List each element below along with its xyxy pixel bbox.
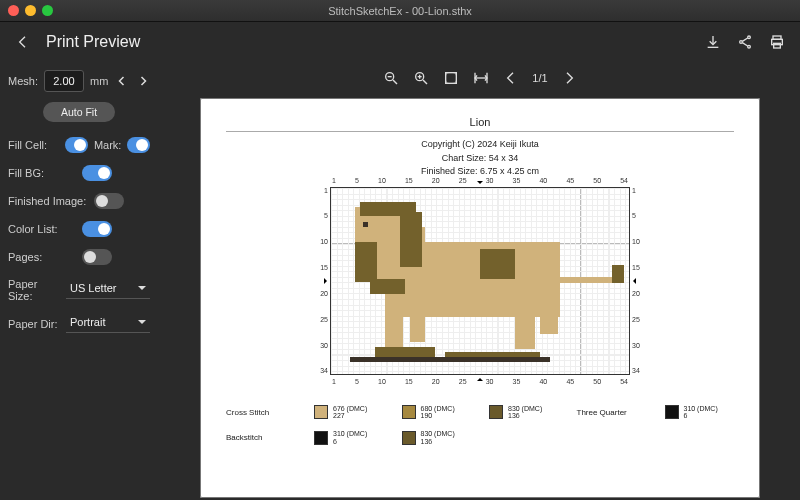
divider bbox=[226, 131, 734, 132]
svg-point-0 bbox=[748, 36, 751, 39]
preview-stage: 1/1 Lion Copyright (C) 2024 Keiji Ikuta … bbox=[160, 62, 800, 500]
sidebar: Mesh: mm Auto Fit Fill Cell: Mark: Fill … bbox=[0, 62, 160, 500]
auto-fit-button[interactable]: Auto Fit bbox=[43, 102, 115, 122]
paper-dir-select[interactable]: Portrait bbox=[66, 316, 150, 333]
swatch-cs3: 830 (DMC)136 bbox=[489, 405, 559, 420]
page-title: Print Preview bbox=[46, 33, 140, 51]
finished-image-label: Finished Image: bbox=[8, 195, 88, 207]
legend: Cross Stitch 676 (DMC)227 680 (DMC)190 8… bbox=[226, 405, 734, 446]
mark-label: Mark: bbox=[94, 139, 122, 151]
chart-grid bbox=[330, 187, 630, 375]
mesh-next-button[interactable] bbox=[135, 70, 150, 92]
paper-size-label: Paper Size: bbox=[8, 278, 60, 302]
svg-point-1 bbox=[740, 41, 743, 44]
swatch-cs2: 680 (DMC)190 bbox=[402, 405, 472, 420]
preview-page: Lion Copyright (C) 2024 Keiji Ikuta Char… bbox=[200, 98, 760, 498]
backstitch-label: Backstitch bbox=[226, 433, 296, 442]
download-button[interactable] bbox=[704, 33, 722, 51]
next-page-button[interactable] bbox=[560, 69, 578, 87]
swatch-cs1: 676 (DMC)227 bbox=[314, 405, 384, 420]
chart-wrap: 1510152025303540455054 15101520253034 15… bbox=[330, 187, 630, 375]
zoom-window-button[interactable] bbox=[42, 5, 53, 16]
swatch-tq1: 310 (DMC)6 bbox=[665, 405, 735, 420]
back-button[interactable] bbox=[14, 33, 32, 51]
doc-copyright: Copyright (C) 2024 Keiji Ikuta bbox=[226, 138, 734, 152]
chevron-down-icon bbox=[138, 320, 146, 328]
doc-title: Lion bbox=[226, 116, 734, 128]
doc-chart-size: Chart Size: 54 x 34 bbox=[226, 152, 734, 166]
svg-point-2 bbox=[748, 45, 751, 48]
finished-image-toggle[interactable] bbox=[94, 193, 124, 209]
mark-toggle[interactable] bbox=[127, 137, 150, 153]
pages-toggle[interactable] bbox=[82, 249, 112, 265]
fill-bg-toggle[interactable] bbox=[82, 165, 112, 181]
mesh-prev-button[interactable] bbox=[114, 70, 129, 92]
center-mark-right bbox=[630, 278, 636, 284]
zoom-in-button[interactable] bbox=[412, 69, 430, 87]
fit-width-button[interactable] bbox=[472, 69, 490, 87]
paper-size-select[interactable]: US Letter bbox=[66, 282, 150, 299]
svg-line-7 bbox=[393, 80, 397, 84]
main-area: Mesh: mm Auto Fit Fill Cell: Mark: Fill … bbox=[0, 62, 800, 500]
color-list-label: Color List: bbox=[8, 223, 76, 235]
window-title: StitchSketchEx - 00-Lion.sthx bbox=[0, 5, 800, 17]
chevron-down-icon bbox=[138, 286, 146, 294]
zoom-out-button[interactable] bbox=[382, 69, 400, 87]
share-button[interactable] bbox=[736, 33, 754, 51]
paper-dir-value: Portrait bbox=[70, 316, 105, 328]
center-mark-left bbox=[324, 278, 330, 284]
traffic-lights bbox=[8, 5, 53, 16]
paper-size-value: US Letter bbox=[70, 282, 116, 294]
swatch-bs2: 830 (DMC)136 bbox=[402, 430, 472, 445]
minimize-window-button[interactable] bbox=[25, 5, 36, 16]
mesh-row: Mesh: mm bbox=[8, 70, 150, 92]
svg-line-10 bbox=[423, 80, 427, 84]
paper-dir-label: Paper Dir: bbox=[8, 318, 60, 330]
fill-cell-label: Fill Cell: bbox=[8, 139, 59, 151]
fill-cell-toggle[interactable] bbox=[65, 137, 88, 153]
preview-toolbar: 1/1 bbox=[382, 64, 577, 92]
mesh-label: Mesh: bbox=[8, 75, 38, 87]
three-quarter-label: Three Quarter bbox=[577, 408, 647, 417]
prev-page-button[interactable] bbox=[502, 69, 520, 87]
page-indicator: 1/1 bbox=[532, 72, 547, 84]
color-list-toggle[interactable] bbox=[82, 221, 112, 237]
fill-bg-label: Fill BG: bbox=[8, 167, 76, 179]
app-header: Print Preview bbox=[0, 22, 800, 62]
svg-rect-13 bbox=[446, 73, 457, 84]
mesh-input[interactable] bbox=[44, 70, 84, 92]
cross-stitch-label: Cross Stitch bbox=[226, 408, 296, 417]
center-mark-bottom bbox=[477, 375, 483, 381]
mesh-unit: mm bbox=[90, 75, 108, 87]
pages-label: Pages: bbox=[8, 251, 76, 263]
swatch-bs1: 310 (DMC)6 bbox=[314, 430, 384, 445]
print-button[interactable] bbox=[768, 33, 786, 51]
close-window-button[interactable] bbox=[8, 5, 19, 16]
titlebar: StitchSketchEx - 00-Lion.sthx bbox=[0, 0, 800, 22]
doc-meta: Copyright (C) 2024 Keiji Ikuta Chart Siz… bbox=[226, 138, 734, 179]
center-mark-top bbox=[477, 181, 483, 187]
fit-page-button[interactable] bbox=[442, 69, 460, 87]
